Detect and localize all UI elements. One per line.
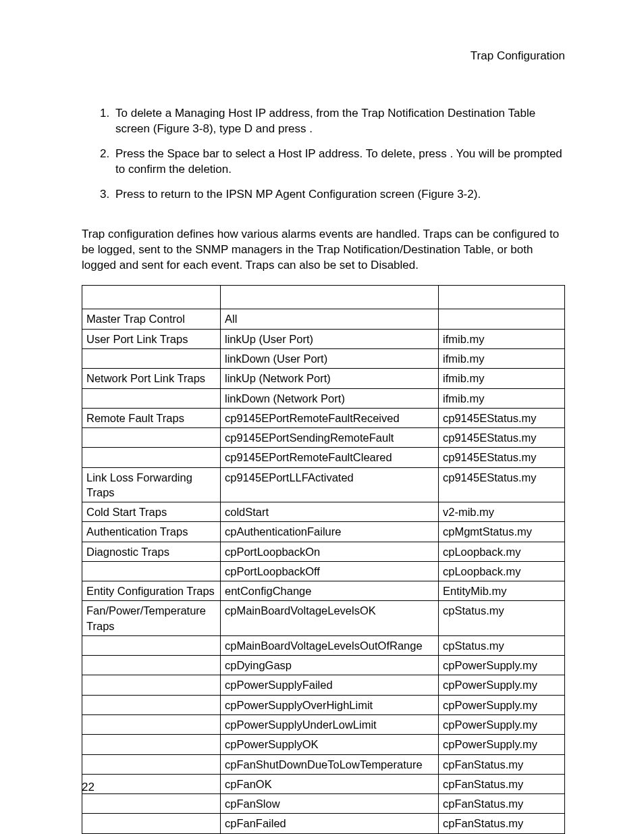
table-cell: cpPowerSupplyUnderLowLimit (221, 715, 439, 735)
table-row: cpFanFailedcpFanStatus.my (82, 814, 565, 833)
table-cell: cpPortLoopbackOn (221, 542, 439, 561)
table-cell: EntityMib.my (439, 581, 565, 601)
table-cell: cpPowerSupply.my (439, 715, 565, 735)
table-cell (82, 656, 221, 675)
table-cell: linkDown (Network Port) (221, 388, 439, 408)
table-cell: cpPowerSupply.my (439, 675, 565, 695)
table-cell: linkDown (User Port) (221, 348, 439, 368)
table-cell: cpAuthenticationFailure (221, 522, 439, 542)
table-cell: cpFanFailed (221, 814, 439, 833)
table-cell: ifmib.my (439, 369, 565, 388)
running-header: Trap Configuration (82, 49, 565, 64)
table-cell (82, 428, 221, 448)
table-cell: cp9145EPortRemoteFaultReceived (221, 408, 439, 427)
table-cell: cp9145EStatus.my (439, 408, 565, 427)
table-cell: Fan/Power/Temperature Traps (82, 601, 221, 636)
table-cell (82, 388, 221, 408)
table-cell (82, 735, 221, 754)
table-cell: linkUp (Network Port) (221, 369, 439, 388)
table-row: cpDyingGaspcpPowerSupply.my (82, 656, 565, 675)
table-cell: cpMainBoardVoltageLevelsOK (221, 601, 439, 636)
table-cell (439, 309, 565, 329)
table-cell: Entity Configuration Traps (82, 581, 221, 601)
table-header-cell (439, 286, 565, 309)
table-row: Entity Configuration TrapsentConfigChang… (82, 581, 565, 601)
table-row: cpFanShutDownDueToLowTemperaturecpFanSta… (82, 754, 565, 774)
table-row: Master Trap ControlAll (82, 309, 565, 329)
table-header-row (82, 286, 565, 309)
table-row: linkDown (User Port)ifmib.my (82, 348, 565, 368)
table-cell: cp9145EStatus.my (439, 428, 565, 448)
table-cell: Master Trap Control (82, 309, 221, 329)
table-cell: entConfigChange (221, 581, 439, 601)
table-cell (82, 635, 221, 655)
table-cell: cpPowerSupplyFailed (221, 675, 439, 695)
table-cell: cpFanStatus.my (439, 814, 565, 833)
table-cell: cpMgmtStatus.my (439, 522, 565, 542)
table-cell: cp9145EPortSendingRemoteFault (221, 428, 439, 448)
page-content: Trap Configuration To delete a Managing … (82, 49, 565, 834)
step-1: To delete a Managing Host IP address, fr… (113, 106, 565, 137)
table-row: cpFanOKcpFanStatus.my (82, 774, 565, 793)
table-cell: cpFanStatus.my (439, 774, 565, 793)
table-cell: Link Loss Forwarding Traps (82, 467, 221, 502)
table-cell: cpFanSlow (221, 794, 439, 814)
step-3: Press to return to the IPSN MP Agent Con… (113, 187, 565, 203)
table-cell: cpLoopback.my (439, 542, 565, 561)
table-cell: Cold Start Traps (82, 502, 221, 522)
table-cell (82, 794, 221, 814)
table-cell: cpLoopback.my (439, 561, 565, 581)
table-row: Authentication TrapscpAuthenticationFail… (82, 522, 565, 542)
table-cell (82, 348, 221, 368)
table-cell: cpFanOK (221, 774, 439, 793)
table-cell: cpStatus.my (439, 635, 565, 655)
trap-table: Master Trap ControlAllUser Port Link Tra… (82, 285, 565, 834)
table-row: Network Port Link TrapslinkUp (Network P… (82, 369, 565, 388)
table-cell: Network Port Link Traps (82, 369, 221, 388)
table-cell: Authentication Traps (82, 522, 221, 542)
table-cell: cp9145EPortLLFActivated (221, 467, 439, 502)
table-cell: cpFanStatus.my (439, 794, 565, 814)
table-cell: cpPowerSupply.my (439, 735, 565, 754)
table-row: Cold Start TrapscoldStartv2-mib.my (82, 502, 565, 522)
table-cell: cp9145EStatus.my (439, 467, 565, 502)
table-cell: cpPowerSupply.my (439, 695, 565, 714)
table-cell: Remote Fault Traps (82, 408, 221, 427)
table-row: cpPowerSupplyOKcpPowerSupply.my (82, 735, 565, 754)
table-cell: cpMainBoardVoltageLevelsOutOfRange (221, 635, 439, 655)
section-intro: Trap configuration defines how various a… (82, 227, 565, 273)
table-row: cpPowerSupplyOverHighLimitcpPowerSupply.… (82, 695, 565, 714)
table-cell: All (221, 309, 439, 329)
table-row: Link Loss Forwarding Trapscp9145EPortLLF… (82, 467, 565, 502)
table-row: cpPowerSupplyFailedcpPowerSupply.my (82, 675, 565, 695)
table-cell (82, 695, 221, 714)
table-row: Remote Fault Trapscp9145EPortRemoteFault… (82, 408, 565, 427)
table-row: cpPowerSupplyUnderLowLimitcpPowerSupply.… (82, 715, 565, 735)
table-row: Fan/Power/Temperature TrapscpMainBoardVo… (82, 601, 565, 636)
table-cell (82, 561, 221, 581)
table-cell: Diagnostic Traps (82, 542, 221, 561)
table-cell: ifmib.my (439, 348, 565, 368)
table-cell (82, 715, 221, 735)
table-row: User Port Link TrapslinkUp (User Port)if… (82, 329, 565, 348)
table-cell: cpDyingGasp (221, 656, 439, 675)
table-cell: cpPowerSupplyOK (221, 735, 439, 754)
table-row: linkDown (Network Port)ifmib.my (82, 388, 565, 408)
table-row: Diagnostic TrapscpPortLoopbackOncpLoopba… (82, 542, 565, 561)
page-number: 22 (82, 780, 95, 796)
table-cell (82, 814, 221, 833)
table-cell: coldStart (221, 502, 439, 522)
table-row: cpFanSlowcpFanStatus.my (82, 794, 565, 814)
table-cell: cpPortLoopbackOff (221, 561, 439, 581)
table-cell: ifmib.my (439, 329, 565, 348)
step-2: Press the Space bar to select a Host IP … (113, 147, 565, 178)
table-cell (82, 754, 221, 774)
table-row: cpPortLoopbackOffcpLoopback.my (82, 561, 565, 581)
table-cell: ifmib.my (439, 388, 565, 408)
table-row: cp9145EPortRemoteFaultClearedcp9145EStat… (82, 448, 565, 467)
table-cell: User Port Link Traps (82, 329, 221, 348)
table-cell: cpPowerSupplyOverHighLimit (221, 695, 439, 714)
table-cell: cpStatus.my (439, 601, 565, 636)
table-cell: cp9145EPortRemoteFaultCleared (221, 448, 439, 467)
table-cell: cpFanStatus.my (439, 754, 565, 774)
